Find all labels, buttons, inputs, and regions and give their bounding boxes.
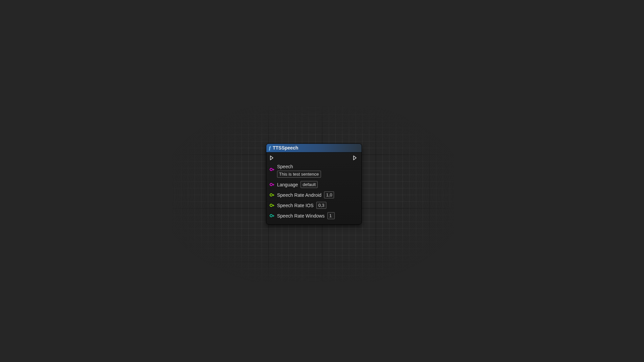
pin-rate-android: Speech Rate Android 1,0 (270, 190, 358, 200)
function-icon: f (269, 145, 271, 150)
node-header[interactable]: f TTSSpeech (266, 144, 362, 153)
rate-windows-input[interactable]: 1 (327, 212, 335, 219)
pin-connector-icon[interactable] (270, 182, 274, 187)
exec-row (270, 155, 358, 163)
node-body: Speech This is test sentence Language de… (266, 153, 362, 224)
pin-rate-windows: Speech Rate Windows 1 (270, 210, 358, 221)
pin-label: Speech Rate Android (277, 192, 321, 198)
exec-out-pin[interactable] (353, 155, 358, 161)
pin-connector-icon[interactable] (270, 167, 274, 172)
pin-connector-icon[interactable] (270, 193, 274, 197)
pin-language: Language default (270, 179, 358, 190)
pin-label: Speech (277, 164, 321, 169)
pin-label: Speech Rate Windows (277, 213, 325, 219)
pin-label: Speech Rate IOS (277, 203, 314, 208)
speech-input[interactable]: This is test sentence (277, 171, 321, 178)
node-title: TTSSpeech (273, 145, 298, 150)
rate-android-input[interactable]: 1,0 (324, 191, 334, 198)
pin-speech: Speech This is test sentence (270, 163, 358, 179)
pin-label: Language (277, 182, 298, 187)
pin-connector-icon[interactable] (270, 214, 274, 218)
pin-connector-icon[interactable] (270, 203, 274, 208)
language-input[interactable]: default (301, 181, 318, 188)
pin-rate-ios: Speech Rate IOS 0,3 (270, 200, 358, 210)
exec-in-pin[interactable] (270, 155, 275, 161)
node-ttsspeech[interactable]: f TTSSpeech Speech This is test sentence (266, 143, 362, 225)
rate-ios-input[interactable]: 0,3 (316, 202, 326, 209)
